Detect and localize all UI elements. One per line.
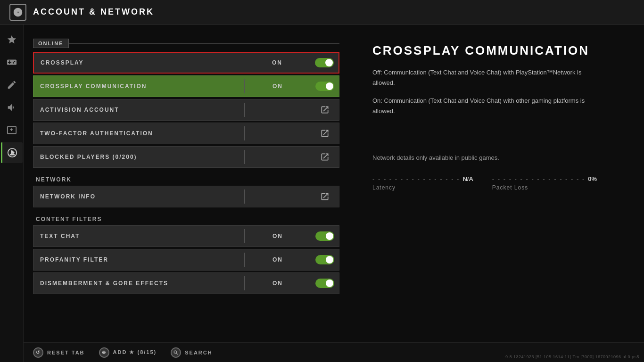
profanity-filter-value: ON — [245, 256, 311, 263]
detail-desc-2: On: Communication (Text Chat and Voice C… — [372, 96, 599, 116]
latency-value: N/A — [462, 175, 473, 182]
two-factor-action[interactable] — [311, 129, 339, 138]
latency-dashes: - - - - - - - - - - - - - - - - N/A — [372, 175, 473, 182]
add-favorite-label: ADD ★ (8/15) — [113, 349, 157, 355]
online-tab-label: ONLINE — [33, 39, 69, 48]
sidebar-item-favorites[interactable] — [1, 29, 23, 50]
text-chat-toggle-container[interactable] — [311, 231, 339, 241]
search-label: SEARCH — [185, 350, 212, 355]
crossplay-toggle-container[interactable] — [310, 58, 339, 67]
activision-account-row[interactable]: ACTIVISION ACCOUNT — [33, 99, 339, 121]
network-stats: - - - - - - - - - - - - - - - - N/A Late… — [372, 175, 620, 191]
audio-icon — [7, 102, 17, 113]
detail-panel: CROSSPLAY COMMUNICATION Off: Communicati… — [349, 25, 644, 362]
detail-title: CROSSPLAY COMMUNICATION — [372, 43, 620, 58]
content-filters-section-label: CONTENT FILTERS — [33, 209, 339, 225]
reset-tab-button[interactable]: ↺ RESET TAB — [33, 347, 85, 358]
latency-dash-line: - - - - - - - - - - - - - - - - — [372, 175, 460, 182]
crossplay-comm-toggle-container[interactable] — [311, 82, 339, 91]
row-divider — [244, 150, 245, 164]
activision-account-action[interactable] — [311, 105, 339, 115]
text-chat-label: TEXT CHAT — [33, 233, 244, 239]
network-info-action[interactable] — [311, 192, 339, 201]
reset-tab-icon: ↺ — [33, 347, 43, 358]
sidebar-item-display[interactable] — [1, 120, 23, 140]
network-info-label: NETWORK INFO — [33, 193, 244, 200]
packet-loss-dashes: - - - - - - - - - - - - - - - - - 0% — [492, 175, 597, 182]
sidebar — [0, 25, 24, 362]
blocked-players-action[interactable] — [311, 152, 339, 162]
gore-effects-value: ON — [245, 280, 311, 287]
sidebar-item-controller[interactable] — [1, 52, 23, 73]
crossplay-comm-toggle-knob — [326, 82, 333, 90]
profanity-filter-toggle-knob — [326, 256, 333, 263]
blocked-players-row[interactable]: BLOCKED PLAYERS (0/200) — [33, 146, 339, 168]
star-icon — [7, 34, 17, 45]
display-icon — [7, 125, 17, 135]
crossplay-comm-label: CROSSPLAY COMMUNICATION — [33, 83, 244, 90]
crossplay-toggle-knob — [325, 59, 333, 66]
online-section-tab: ONLINE — [33, 39, 339, 48]
search-svg-icon — [173, 350, 179, 355]
crossplay-comm-value: ON — [245, 83, 311, 90]
text-chat-value: ON — [245, 233, 311, 239]
settings-panel: ONLINE CROSSPLAY ON CROSSPLAY COMMUNICAT… — [24, 25, 349, 362]
detail-desc-1: Off: Communication (Text Chat and Voice … — [372, 67, 599, 88]
sidebar-item-edit[interactable] — [1, 74, 23, 95]
add-favorite-icon: ⊕ — [99, 347, 109, 358]
sidebar-item-account[interactable] — [1, 142, 23, 163]
text-chat-toggle[interactable] — [315, 231, 334, 241]
two-factor-row[interactable]: TWO-FACTOR AUTHENTICATION — [33, 123, 339, 144]
gore-effects-row[interactable]: DISMEMBERMENT & GORE EFFECTS ON — [33, 272, 339, 294]
settings-icon — [13, 7, 23, 17]
main-area: ONLINE CROSSPLAY ON CROSSPLAY COMMUNICAT… — [24, 25, 644, 362]
gore-effects-toggle-knob — [326, 280, 333, 287]
crossplay-label: CROSSPLAY — [34, 59, 244, 66]
blocked-players-label: BLOCKED PLAYERS (0/200) — [33, 154, 244, 160]
text-chat-toggle-knob — [326, 232, 333, 240]
add-favorite-button[interactable]: ⊕ ADD ★ (8/15) — [99, 347, 157, 358]
reset-tab-label: RESET TAB — [47, 350, 85, 355]
crossplay-row[interactable]: CROSSPLAY ON — [33, 52, 339, 74]
controller-icon — [7, 57, 17, 67]
edit-icon — [7, 80, 17, 90]
crossplay-toggle[interactable] — [315, 58, 334, 67]
online-tab-line — [69, 43, 339, 44]
profanity-filter-toggle[interactable] — [315, 255, 334, 264]
external-link-icon — [320, 152, 330, 162]
gore-effects-label: DISMEMBERMENT & GORE EFFECTS — [33, 280, 244, 287]
account-icon — [7, 148, 17, 158]
search-button[interactable]: SEARCH — [171, 347, 212, 358]
packet-loss-value: 0% — [588, 175, 597, 182]
two-factor-label: TWO-FACTOR AUTHENTICATION — [33, 130, 244, 137]
latency-label: Latency — [372, 184, 473, 191]
gore-effects-toggle-container[interactable] — [311, 279, 339, 288]
external-link-icon — [320, 192, 330, 201]
sidebar-item-audio[interactable] — [1, 97, 23, 118]
external-link-icon — [320, 129, 330, 138]
row-divider — [244, 103, 245, 117]
profanity-filter-toggle-container[interactable] — [311, 255, 339, 264]
network-info-row[interactable]: NETWORK INFO — [33, 186, 339, 207]
activision-account-label: ACTIVISION ACCOUNT — [33, 107, 244, 113]
row-divider — [244, 126, 245, 140]
page-title: ACCOUNT & NETWORK — [33, 7, 154, 17]
packet-loss-dash-line: - - - - - - - - - - - - - - - - - — [492, 175, 585, 182]
row-divider — [244, 189, 245, 204]
text-chat-row[interactable]: TEXT CHAT ON — [33, 225, 339, 247]
page-icon — [9, 4, 26, 21]
packet-loss-stat: - - - - - - - - - - - - - - - - - 0% Pac… — [492, 175, 597, 191]
top-bar: ACCOUNT & NETWORK — [0, 0, 644, 25]
profanity-filter-row[interactable]: PROFANITY FILTER ON — [33, 249, 339, 271]
gore-effects-toggle[interactable] — [315, 279, 334, 288]
search-icon — [171, 347, 181, 358]
packet-loss-label: Packet Loss — [492, 184, 597, 191]
crossplay-communication-row[interactable]: CROSSPLAY COMMUNICATION ON — [33, 75, 339, 97]
svg-point-1 — [11, 150, 14, 153]
network-section-label: NETWORK — [33, 170, 339, 186]
version-info: 9.8.13241923 [51:105:1614:11] Tm [7000] … — [505, 354, 639, 359]
crossplay-value: ON — [244, 59, 310, 66]
profanity-filter-label: PROFANITY FILTER — [33, 256, 244, 263]
network-note: Network details only available in public… — [372, 154, 620, 161]
crossplay-comm-toggle[interactable] — [315, 82, 334, 91]
